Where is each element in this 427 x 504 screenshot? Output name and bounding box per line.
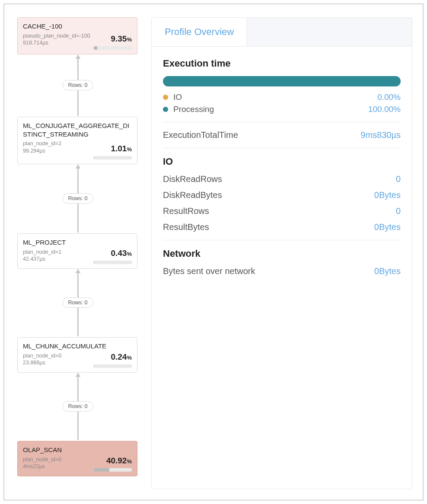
io-metric-value: 0 bbox=[396, 206, 401, 216]
legend-value: 0.00% bbox=[377, 93, 401, 102]
network-metric-row: Bytes sent over network0Bytes bbox=[163, 266, 401, 276]
profile-overview-panel: Profile Overview Execution time IO0.00%P… bbox=[151, 17, 412, 489]
svg-marker-3 bbox=[75, 164, 80, 169]
io-metric-value: 0Bytes bbox=[374, 190, 401, 200]
plan-node-bar bbox=[94, 46, 132, 50]
io-metric-row: ResultBytes0Bytes bbox=[163, 222, 401, 232]
plan-node-percent: 9.35% bbox=[111, 34, 132, 44]
svg-marker-6 bbox=[75, 269, 80, 273]
plan-node[interactable]: ML_CHUNK_ACCUMULATEplan_node_id=023.866µ… bbox=[17, 337, 137, 373]
plan-node[interactable]: OLAP_SCANplan_node_id=04ms22µs40.92% bbox=[17, 441, 137, 476]
plan-node-bar bbox=[94, 468, 132, 472]
arrow-up-icon bbox=[73, 373, 82, 401]
plan-node-bar bbox=[94, 261, 132, 264]
plan-edge: Rows: 0 bbox=[62, 164, 93, 233]
legend-label: IO bbox=[173, 93, 182, 102]
io-metric-label: ResultRows bbox=[163, 206, 209, 216]
plan-node-title: ML_CHUNK_ACCUMULATE bbox=[23, 342, 132, 351]
plan-graph-column: CACHE_-100pseudo_plan_node_id=-100918.71… bbox=[15, 17, 141, 489]
plan-node-percent: 0.24% bbox=[111, 352, 132, 362]
plan-node-title: OLAP_SCAN bbox=[23, 446, 132, 454]
plan-node-title: ML_CONJUGATE_AGGREGATE_DISTINCT_STREAMIN… bbox=[23, 121, 132, 138]
arrow-up-icon bbox=[73, 269, 82, 297]
edge-line-icon bbox=[73, 204, 82, 233]
execution-total-time-row: ExecutionTotalTime 9ms830µs bbox=[163, 130, 401, 140]
profile-panel: CACHE_-100pseudo_plan_node_id=-100918.71… bbox=[3, 3, 424, 501]
plan-node-percent: 40.92% bbox=[106, 456, 132, 466]
arrow-up-icon bbox=[73, 164, 82, 193]
plan-node-percent: 0.43% bbox=[111, 249, 132, 258]
svg-marker-9 bbox=[75, 373, 80, 377]
network-metric-label: Bytes sent over network bbox=[163, 266, 255, 276]
edge-line-icon bbox=[73, 308, 82, 336]
edge-line-icon bbox=[73, 90, 82, 116]
io-metric-label: DiskReadBytes bbox=[163, 190, 222, 200]
overview-body: Execution time IO0.00%Processing100.00% … bbox=[152, 47, 412, 293]
network-heading: Network bbox=[163, 248, 401, 259]
plan-node[interactable]: CACHE_-100pseudo_plan_node_id=-100918.71… bbox=[17, 17, 137, 54]
network-metric-value: 0Bytes bbox=[374, 266, 401, 276]
io-metric-row: DiskReadRows0 bbox=[163, 174, 401, 184]
edge-rows-pill: Rows: 0 bbox=[62, 80, 93, 90]
io-metric-value: 0 bbox=[396, 174, 401, 184]
io-heading: IO bbox=[163, 156, 401, 167]
io-metric-label: DiskReadRows bbox=[163, 174, 222, 184]
plan-edge: Rows: 0 bbox=[62, 269, 93, 337]
plan-node-bar bbox=[94, 364, 132, 368]
plan-edge: Rows: 0 bbox=[62, 54, 93, 117]
edge-rows-pill: Rows: 0 bbox=[62, 297, 93, 308]
legend-dot-icon bbox=[163, 95, 168, 100]
divider bbox=[163, 122, 401, 122]
plan-node[interactable]: ML_CONJUGATE_AGGREGATE_DISTINCT_STREAMIN… bbox=[17, 117, 137, 164]
io-metric-label: ResultBytes bbox=[163, 222, 209, 232]
io-metric-row: DiskReadBytes0Bytes bbox=[163, 190, 401, 200]
io-metric-value: 0Bytes bbox=[374, 222, 401, 232]
edge-line-icon bbox=[73, 411, 82, 440]
legend-row: Processing100.00% bbox=[163, 105, 401, 114]
execution-time-bar bbox=[163, 76, 401, 86]
divider bbox=[163, 148, 401, 148]
edge-rows-pill: Rows: 0 bbox=[62, 193, 93, 204]
svg-marker-0 bbox=[75, 54, 80, 59]
legend-dot-icon bbox=[163, 107, 168, 112]
io-metric-row: ResultRows0 bbox=[163, 206, 401, 216]
tab-bar: Profile Overview bbox=[152, 18, 412, 47]
legend-value: 100.00% bbox=[368, 105, 401, 114]
tab-profile-overview[interactable]: Profile Overview bbox=[152, 18, 247, 46]
legend-row: IO0.00% bbox=[163, 93, 401, 102]
plan-node[interactable]: ML_PROJECTplan_node_id=142.437µs0.43% bbox=[17, 233, 137, 269]
execution-total-time-label: ExecutionTotalTime bbox=[163, 130, 238, 140]
execution-total-time-value: 9ms830µs bbox=[360, 130, 401, 140]
execution-time-heading: Execution time bbox=[163, 58, 401, 69]
plan-node-title: CACHE_-100 bbox=[23, 22, 132, 31]
edge-rows-pill: Rows: 0 bbox=[62, 401, 93, 411]
plan-node-title: ML_PROJECT bbox=[23, 238, 132, 247]
plan-node-percent: 1.01% bbox=[111, 144, 132, 153]
arrow-up-icon bbox=[73, 54, 82, 80]
plan-edge: Rows: 0 bbox=[62, 373, 93, 441]
plan-node-bar bbox=[94, 156, 132, 159]
legend-label: Processing bbox=[173, 105, 214, 114]
plan-graph: CACHE_-100pseudo_plan_node_id=-100918.71… bbox=[15, 17, 141, 489]
divider bbox=[163, 240, 401, 240]
